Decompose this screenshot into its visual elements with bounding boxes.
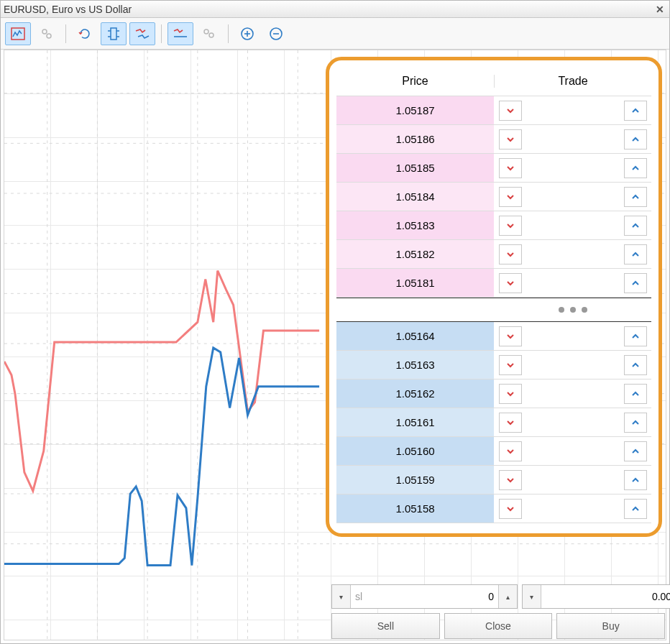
sell-at-price-button[interactable] — [499, 326, 522, 346]
buy-at-price-button[interactable] — [624, 326, 647, 346]
svg-point-1 — [42, 29, 47, 34]
volume-spinner[interactable]: ▾ ▴ — [522, 584, 670, 609]
dom-row: 1.05163 — [336, 351, 651, 380]
price-cell: 1.05185 — [336, 154, 495, 182]
buy-at-price-button[interactable] — [624, 187, 647, 207]
last-line-button[interactable] — [168, 22, 193, 45]
sl-spinner[interactable]: ▾ sl ▴ — [331, 584, 518, 609]
trade-cell — [495, 351, 651, 379]
zoom-in-button[interactable] — [234, 22, 260, 45]
dom-row: 1.05158 — [336, 494, 651, 523]
close-icon[interactable]: ✕ — [653, 3, 666, 16]
buy-at-price-button[interactable] — [624, 216, 647, 236]
sell-at-price-button[interactable] — [499, 129, 522, 150]
dom-row: 1.05162 — [336, 380, 651, 408]
volume-input[interactable] — [541, 585, 670, 608]
trading-window: EURUSD, Euro vs US Dollar ✕ — [0, 0, 670, 644]
buy-at-price-button[interactable] — [624, 101, 647, 121]
svg-point-10 — [209, 33, 214, 37]
buy-button[interactable]: Buy — [556, 613, 665, 639]
price-cell: 1.05162 — [336, 380, 495, 408]
sl-increment[interactable]: ▴ — [498, 585, 517, 608]
dot-icon — [570, 307, 576, 313]
trade-cell — [495, 380, 651, 408]
close-button[interactable]: Close — [444, 613, 553, 639]
buy-at-price-button[interactable] — [624, 158, 647, 178]
sell-at-price-button[interactable] — [499, 441, 522, 461]
price-cell: 1.05183 — [336, 211, 495, 239]
price-cell: 1.05164 — [336, 322, 495, 350]
sl-input[interactable] — [364, 585, 498, 608]
trade-cell — [495, 125, 651, 153]
price-cell: 1.05161 — [336, 408, 495, 436]
trade-cell — [495, 494, 651, 523]
trade-column-header: Trade — [495, 75, 651, 88]
buy-at-price-button[interactable] — [624, 273, 647, 293]
volume-decrement[interactable]: ▾ — [523, 585, 541, 608]
dom-row: 1.05160 — [336, 437, 651, 466]
buy-at-price-button[interactable] — [624, 129, 647, 150]
dom-row: 1.05182 — [336, 240, 651, 269]
window-title: EURUSD, Euro vs US Dollar — [4, 4, 653, 15]
extra-dom-button[interactable] — [196, 22, 222, 45]
sl-label: sl — [351, 585, 364, 608]
sell-at-price-button[interactable] — [499, 384, 522, 404]
dot-icon — [559, 307, 564, 313]
sell-at-price-button[interactable] — [499, 355, 522, 375]
svg-rect-3 — [111, 28, 116, 40]
tick-chart-button[interactable] — [5, 22, 31, 45]
sell-at-price-button[interactable] — [499, 499, 522, 519]
price-cell: 1.05184 — [336, 183, 495, 211]
toolbar — [1, 18, 669, 50]
price-cell: 1.05158 — [336, 494, 495, 523]
price-cell: 1.05186 — [336, 125, 495, 153]
dom-row: 1.05181 — [336, 269, 651, 298]
price-cell: 1.05163 — [336, 351, 495, 379]
bidask-chart-button[interactable] — [129, 22, 155, 45]
sell-at-price-button[interactable] — [499, 158, 522, 178]
trade-cell — [495, 269, 651, 297]
trade-cell — [495, 437, 651, 465]
dom-row: 1.05183 — [336, 211, 651, 240]
price-cell: 1.05187 — [336, 96, 495, 124]
sl-decrement[interactable]: ▾ — [332, 585, 351, 608]
reset-button[interactable] — [72, 22, 98, 45]
svg-point-9 — [204, 29, 208, 34]
dom-row: 1.05187 — [336, 96, 651, 125]
sell-at-price-button[interactable] — [499, 187, 522, 207]
buy-at-price-button[interactable] — [624, 470, 647, 490]
dom-button[interactable] — [34, 22, 60, 45]
zoom-out-button[interactable] — [263, 22, 289, 45]
dom-row: 1.05185 — [336, 154, 651, 183]
toolbar-separator — [228, 24, 229, 43]
dom-panel: Price Trade 1.051871.051861.051851.05184… — [326, 57, 662, 537]
trade-cell — [495, 322, 651, 350]
dot-icon — [582, 307, 587, 313]
sell-at-price-button[interactable] — [499, 101, 522, 121]
spread-gap — [336, 298, 651, 322]
buy-at-price-button[interactable] — [624, 355, 647, 375]
buy-at-price-button[interactable] — [624, 499, 647, 519]
sell-at-price-button[interactable] — [499, 216, 522, 236]
toolbar-separator — [65, 24, 66, 43]
sell-at-price-button[interactable] — [499, 244, 522, 264]
sell-at-price-button[interactable] — [499, 470, 522, 490]
trade-cell — [495, 211, 651, 239]
dom-row: 1.05184 — [336, 183, 651, 211]
price-cell: 1.05159 — [336, 466, 495, 494]
svg-point-2 — [47, 34, 51, 38]
buy-at-price-button[interactable] — [624, 384, 647, 404]
trade-cell — [495, 240, 651, 268]
price-column-header: Price — [336, 75, 495, 88]
buy-at-price-button[interactable] — [624, 413, 647, 433]
sell-at-price-button[interactable] — [499, 413, 522, 433]
buy-at-price-button[interactable] — [624, 441, 647, 461]
trade-cell — [495, 183, 651, 211]
sell-at-price-button[interactable] — [499, 273, 522, 293]
order-controls: ▾ sl ▴ ▾ ▴ ▾ tp ▴ Sell Close Buy — [331, 584, 665, 639]
sell-button[interactable]: Sell — [331, 613, 440, 639]
dom-header: Price Trade — [336, 66, 651, 96]
center-button[interactable] — [101, 22, 127, 45]
buy-at-price-button[interactable] — [624, 244, 647, 264]
trade-cell — [495, 408, 651, 436]
